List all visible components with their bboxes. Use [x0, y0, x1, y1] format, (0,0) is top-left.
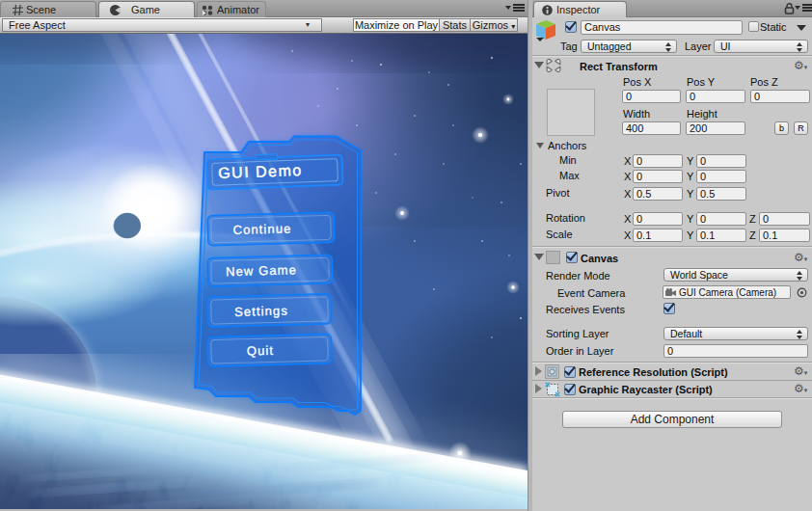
svg-text:Continue: Continue [232, 221, 291, 237]
svg-text:GUI Demo: GUI Demo [218, 162, 303, 181]
svg-text:Quit: Quit [247, 343, 275, 359]
svg-text:Settings: Settings [234, 303, 288, 318]
svg-text:New Game: New Game [226, 262, 297, 279]
